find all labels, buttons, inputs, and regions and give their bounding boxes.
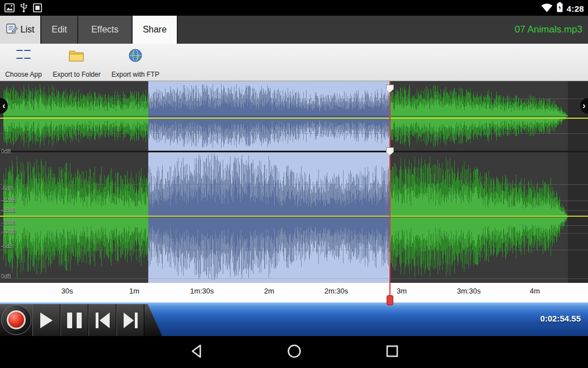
tab-bar: List Edit Effects Share 07 Animals.mp3 <box>0 16 588 44</box>
skip-to-end-icon <box>124 313 138 328</box>
waveform-display[interactable]: 0dB -6dB -12dB -18dB -18dB -12dB -6dB 0d… <box>0 81 588 283</box>
db-label: -6dB <box>1 243 13 249</box>
wifi-icon <box>541 3 553 15</box>
list-icon <box>6 24 18 36</box>
timeline-label: 3m:30s <box>452 287 486 295</box>
chevron-left-icon: ‹ <box>2 101 5 111</box>
back-button[interactable] <box>189 343 204 361</box>
recents-square-icon <box>385 344 399 361</box>
tab-list[interactable]: List <box>0 16 41 44</box>
folder-icon <box>68 47 85 64</box>
db-label: 0dB <box>1 273 11 280</box>
home-button[interactable] <box>286 343 302 361</box>
export-with-ftp-label: Export with FTP <box>111 71 159 78</box>
system-status-icons: 4:28 <box>541 2 584 15</box>
home-circle-icon <box>286 343 302 361</box>
db-label: -6dB <box>1 185 13 192</box>
timeline-ruler[interactable]: 30s 1m 1m:30s 2m 2m:30s 3m 3m:30s 4m <box>0 283 588 302</box>
tab-effects-label: Effects <box>91 25 119 35</box>
timeline-label: 2m <box>252 287 286 295</box>
record-icon <box>7 310 26 329</box>
app-grid-icon <box>16 47 31 64</box>
export-to-folder-label: Export to Folder <box>53 71 100 78</box>
timeline-label: 1m <box>117 287 151 295</box>
tab-list-label: List <box>21 25 35 35</box>
skip-to-start-icon <box>96 313 110 328</box>
battery-icon <box>557 2 563 15</box>
choose-app-label: Choose App <box>5 71 41 78</box>
tab-share-label: Share <box>143 25 167 35</box>
next-button[interactable] <box>116 304 144 336</box>
waveform-canvas[interactable] <box>0 81 588 283</box>
tab-bar-filler: 07 Animals.mp3 <box>178 16 588 44</box>
time-display: 0:02:54.55 <box>540 314 581 323</box>
playhead-scrubber[interactable] <box>387 295 393 305</box>
export-with-ftp-button[interactable]: Export with FTP <box>110 47 161 78</box>
audio-editor-app: 4:28 List Edit Effects Share 07 Animals.… <box>0 0 588 368</box>
status-bar: 4:28 <box>0 0 588 16</box>
back-triangle-icon <box>189 343 204 361</box>
ftp-globe-icon <box>128 47 143 64</box>
transport-bar: 0:02:54.55 <box>0 302 588 336</box>
pause-icon <box>67 313 82 328</box>
usb-icon <box>20 3 27 15</box>
tab-edit-label: Edit <box>51 25 67 35</box>
db-label: 0dB <box>1 148 11 155</box>
db-label: -18dB <box>1 207 16 213</box>
pause-button[interactable] <box>60 304 88 336</box>
picture-icon <box>4 3 15 15</box>
choose-app-button[interactable]: Choose App <box>3 47 44 78</box>
timeline-label: 1m:30s <box>185 287 219 295</box>
current-file-name: 07 Animals.mp3 <box>515 24 588 35</box>
play-icon <box>40 313 53 328</box>
tab-effects[interactable]: Effects <box>78 16 133 44</box>
db-label: -18dB <box>1 220 16 226</box>
timeline-label: 4m <box>518 287 552 295</box>
play-button[interactable] <box>32 304 60 336</box>
tab-edit[interactable]: Edit <box>41 16 78 44</box>
tab-share[interactable]: Share <box>133 16 178 44</box>
db-label: -12dB <box>1 229 16 235</box>
playhead-line <box>389 81 391 302</box>
notification-icons <box>4 3 42 15</box>
db-label: -12dB <box>1 197 16 203</box>
android-nav-bar <box>0 336 588 368</box>
chevron-right-icon: › <box>582 101 585 111</box>
timeline-label: 2m:30s <box>319 287 353 295</box>
export-to-folder-button[interactable]: Export to Folder <box>51 47 102 78</box>
share-toolbar: Choose App Export to Folder Export with … <box>0 44 588 81</box>
timeline-label: 30s <box>50 287 84 295</box>
screenshot-icon <box>33 3 42 15</box>
transport-buttons-panel <box>0 304 163 336</box>
previous-button[interactable] <box>88 304 116 336</box>
record-button[interactable] <box>1 305 31 335</box>
clock: 4:28 <box>567 4 584 13</box>
recents-button[interactable] <box>385 344 399 361</box>
